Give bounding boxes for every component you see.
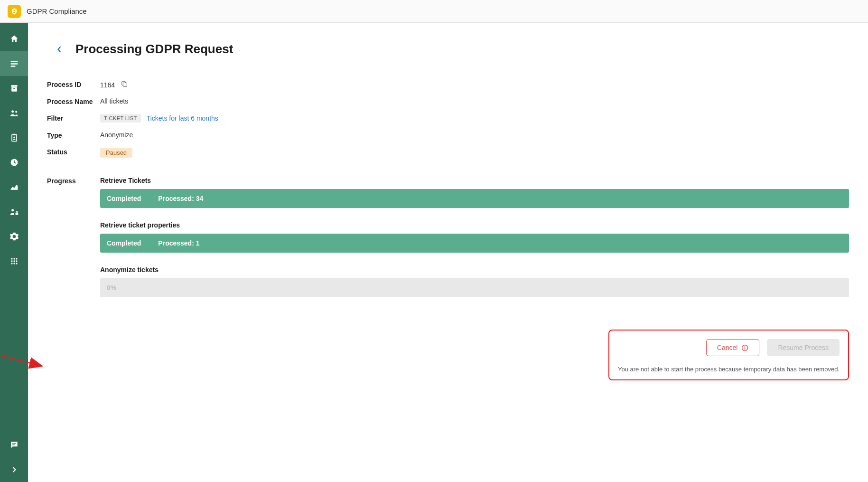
svg-point-20 [11,263,12,264]
clock-icon [9,158,19,167]
svg-point-18 [13,260,15,262]
progress-processed: Processed: 1 [158,239,199,247]
svg-rect-13 [15,213,18,215]
type-value: Anonymize [100,131,133,139]
progress-title-retrieve-properties: Retrieve ticket properties [100,221,849,229]
process-name-label: Process Name [47,97,100,107]
progress-bar-retrieve-properties: Completed Processed: 1 [100,234,849,253]
filter-link[interactable]: Tickets for last 6 months [147,114,218,122]
actions-box: Cancel Resume Process You are not able t… [608,330,849,380]
actions-wrapper: Cancel Resume Process You are not able t… [47,330,849,380]
copy-button[interactable] [121,80,128,89]
process-id-value: 1164 [100,81,115,89]
back-button[interactable] [54,44,65,55]
filter-tag: TICKET LIST [100,114,141,123]
status-label: Status [47,148,100,157]
actions-note: You are not able to start the process be… [618,366,840,373]
sidebar-item-home[interactable] [0,27,28,51]
svg-rect-3 [11,85,17,86]
progress-section-retrieve-tickets: Retrieve Tickets Completed Processed: 34 [100,177,849,208]
progress-section-anonymize: Anonymize tickets 0% [100,266,849,297]
svg-rect-4 [11,87,17,92]
status-badge: Paused [100,148,132,158]
list-icon [9,59,19,68]
clipboard-icon [9,133,19,142]
progress-percent: 0% [107,284,116,292]
progress-processed: Processed: 34 [158,195,203,202]
svg-point-21 [13,263,15,264]
process-id-label: Process ID [47,80,100,90]
progress-bar-anonymize: 0% [100,278,849,297]
sidebar-item-schedule[interactable] [0,150,28,175]
sidebar-item-apps[interactable] [0,249,28,274]
svg-rect-9 [13,134,15,135]
resume-button-label: Resume Process [778,344,829,351]
svg-point-7 [15,111,17,113]
svg-point-22 [16,263,17,264]
sidebar-item-permissions[interactable] [0,199,28,224]
archive-icon [9,84,19,93]
progress-title-retrieve-tickets: Retrieve Tickets [100,177,849,184]
progress-status: Completed [107,239,141,247]
cancel-button[interactable]: Cancel [706,339,760,356]
sidebar-item-processes[interactable] [0,51,28,76]
info-icon [741,344,748,351]
progress-section-retrieve-properties: Retrieve ticket properties Completed Pro… [100,221,849,253]
topbar: GDPR Compliance [0,0,868,23]
resume-process-button[interactable]: Resume Process [767,339,840,356]
chart-icon [9,182,19,192]
process-name-value: All tickets [100,97,128,105]
svg-point-15 [13,258,15,259]
page-header: Processing GDPR Request [47,42,849,57]
svg-rect-25 [123,83,127,86]
home-icon [9,34,19,44]
progress-label: Progress [47,177,100,186]
app-logo [8,5,21,18]
sidebar [0,23,28,399]
grid-icon [9,256,19,266]
svg-point-12 [11,209,14,211]
main-content: Processing GDPR Request Process ID 1164 … [28,23,868,399]
sidebar-item-clipboard[interactable] [0,125,28,150]
svg-rect-1 [10,63,18,65]
svg-point-6 [11,110,14,113]
chevron-left-icon [57,46,62,53]
progress-title-anonymize: Anonymize tickets [100,266,849,274]
svg-point-19 [16,260,17,262]
users-icon [9,108,19,118]
cancel-button-label: Cancel [717,344,738,351]
progress-status: Completed [107,195,141,202]
details-section: Process ID 1164 Process Name All tickets… [47,80,849,158]
topbar-title: GDPR Compliance [27,7,87,15]
svg-rect-2 [10,66,15,67]
sidebar-item-users[interactable] [0,101,28,125]
filter-label: Filter [47,114,100,123]
progress-bar-retrieve-tickets: Completed Processed: 34 [100,189,849,208]
svg-point-10 [13,137,15,138]
page-title: Processing GDPR Request [75,42,233,57]
copy-icon [121,80,128,88]
progress-sections: Retrieve Tickets Completed Processed: 34… [100,177,849,311]
type-label: Type [47,131,100,141]
svg-point-14 [11,258,12,259]
gear-icon [9,232,19,241]
sidebar-item-settings[interactable] [0,224,28,249]
sidebar-item-analytics[interactable] [0,175,28,199]
svg-rect-5 [13,88,15,89]
sidebar-item-archive[interactable] [0,76,28,101]
svg-point-17 [11,260,12,262]
svg-rect-0 [10,61,18,62]
user-lock-icon [9,207,19,217]
svg-point-16 [16,258,17,259]
